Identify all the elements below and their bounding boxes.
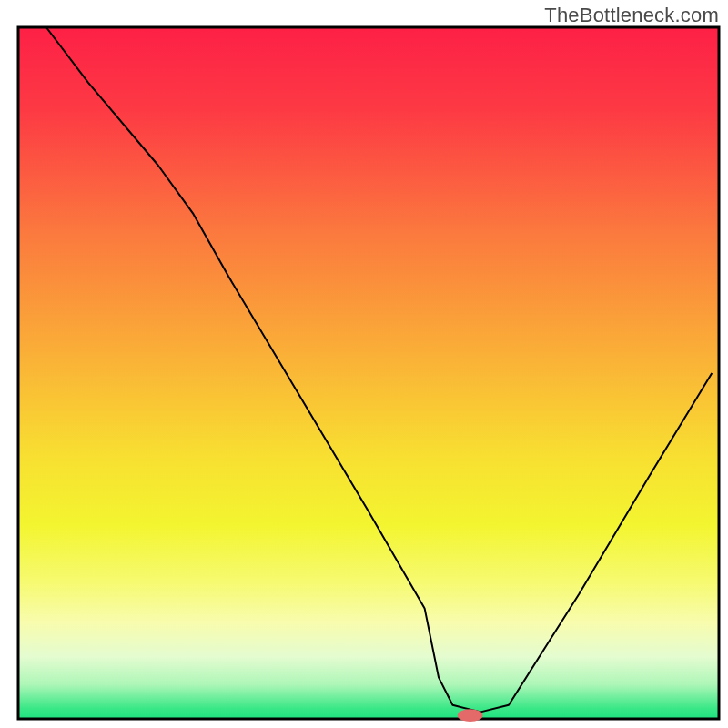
- chart-canvas: [0, 0, 728, 728]
- optimal-marker: [458, 709, 483, 722]
- bottleneck-chart: TheBottleneck.com: [0, 0, 728, 728]
- plot-background: [18, 27, 719, 719]
